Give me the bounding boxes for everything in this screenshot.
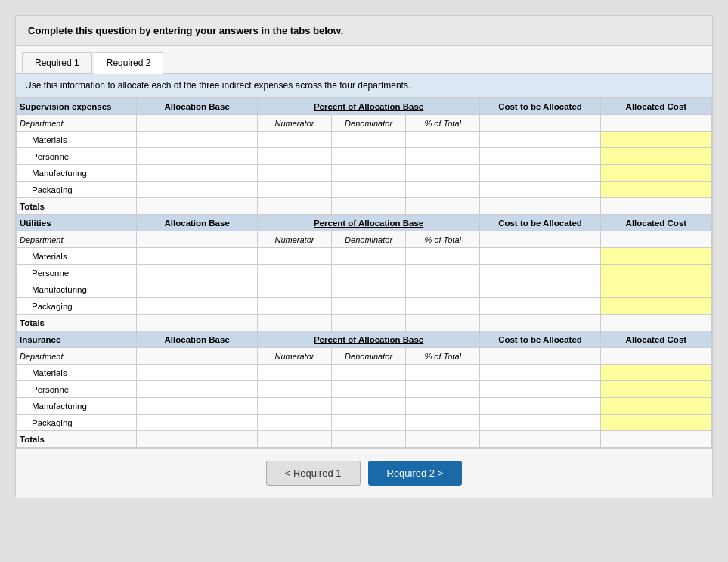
alloc-input[interactable] xyxy=(140,416,253,429)
cost-input[interactable] xyxy=(483,150,596,163)
totals-alloc-input[interactable] xyxy=(140,433,253,446)
cost-input-cell[interactable] xyxy=(480,298,600,315)
pct-input-cell[interactable] xyxy=(406,148,480,165)
cost-input[interactable] xyxy=(483,366,596,379)
alloc-input[interactable] xyxy=(140,133,253,146)
num-input-cell[interactable] xyxy=(257,182,331,198)
pct-input[interactable] xyxy=(409,366,476,379)
cost-input[interactable] xyxy=(483,300,596,312)
allocated-input[interactable] xyxy=(604,283,708,296)
den-input-cell[interactable] xyxy=(332,398,406,415)
cost-input[interactable] xyxy=(483,250,596,262)
totals-allocated[interactable] xyxy=(600,431,711,448)
num-input-cell[interactable] xyxy=(257,281,331,298)
totals-pct-input[interactable] xyxy=(409,200,476,213)
num-input-cell[interactable] xyxy=(257,265,331,281)
totals-cost-input[interactable] xyxy=(483,200,596,213)
totals-cost[interactable] xyxy=(480,315,600,331)
cost-input[interactable] xyxy=(483,166,596,179)
den-input-cell[interactable] xyxy=(332,265,406,281)
num-input-cell[interactable] xyxy=(257,148,331,165)
allocated-input[interactable] xyxy=(604,250,708,262)
allocated-input[interactable] xyxy=(604,150,708,163)
alloc-input[interactable] xyxy=(140,150,253,163)
den-input-cell[interactable] xyxy=(332,381,406,398)
allocated-input-cell[interactable] xyxy=(600,165,711,182)
alloc-input-cell[interactable] xyxy=(137,132,257,148)
totals-den-input[interactable] xyxy=(335,433,402,446)
pct-input[interactable] xyxy=(409,166,476,179)
den-input[interactable] xyxy=(335,283,402,296)
cost-input-cell[interactable] xyxy=(480,281,600,298)
pct-input[interactable] xyxy=(409,399,476,412)
den-input[interactable] xyxy=(335,383,402,396)
allocated-input-cell[interactable] xyxy=(600,148,711,165)
totals-alloc[interactable] xyxy=(137,315,257,331)
cost-input[interactable] xyxy=(483,266,596,279)
num-input[interactable] xyxy=(261,166,328,179)
allocated-input[interactable] xyxy=(604,366,708,379)
totals-num-input[interactable] xyxy=(261,316,328,329)
totals-allocated[interactable] xyxy=(600,198,711,215)
totals-alloc-input[interactable] xyxy=(140,316,253,329)
allocated-input-cell[interactable] xyxy=(600,381,711,398)
num-input[interactable] xyxy=(261,133,328,146)
cost-input[interactable] xyxy=(483,383,596,396)
num-input-cell[interactable] xyxy=(257,165,331,182)
den-input-cell[interactable] xyxy=(332,248,406,265)
alloc-input-cell[interactable] xyxy=(137,148,257,165)
num-input[interactable] xyxy=(261,399,328,412)
den-input[interactable] xyxy=(335,150,402,163)
pct-input[interactable] xyxy=(409,383,476,396)
alloc-input[interactable] xyxy=(140,399,253,412)
num-input[interactable] xyxy=(261,366,328,379)
totals-pct-input[interactable] xyxy=(409,316,476,329)
pct-input[interactable] xyxy=(409,266,476,279)
num-input-cell[interactable] xyxy=(257,381,331,398)
pct-input[interactable] xyxy=(409,300,476,312)
pct-input-cell[interactable] xyxy=(406,281,480,298)
totals-allocated-input[interactable] xyxy=(604,200,708,213)
alloc-input[interactable] xyxy=(140,366,253,379)
allocated-input[interactable] xyxy=(604,399,708,412)
num-input-cell[interactable] xyxy=(257,132,331,148)
allocated-input[interactable] xyxy=(604,166,708,179)
totals-allocated-input[interactable] xyxy=(604,433,708,446)
num-input[interactable] xyxy=(261,250,328,262)
cost-input-cell[interactable] xyxy=(480,165,600,182)
pct-input-cell[interactable] xyxy=(406,265,480,281)
pct-input[interactable] xyxy=(409,183,476,196)
den-input-cell[interactable] xyxy=(332,132,406,148)
alloc-input-cell[interactable] xyxy=(137,281,257,298)
allocated-input-cell[interactable] xyxy=(600,398,711,415)
totals-alloc-input[interactable] xyxy=(140,200,253,213)
cost-input-cell[interactable] xyxy=(480,148,600,165)
pct-input[interactable] xyxy=(409,283,476,296)
totals-num[interactable] xyxy=(257,198,331,215)
den-input[interactable] xyxy=(335,416,402,429)
num-input[interactable] xyxy=(261,300,328,312)
pct-input[interactable] xyxy=(409,150,476,163)
den-input-cell[interactable] xyxy=(332,365,406,381)
next-button[interactable]: Required 2 > xyxy=(368,461,463,486)
pct-input-cell[interactable] xyxy=(406,365,480,381)
den-input-cell[interactable] xyxy=(332,298,406,315)
alloc-input[interactable] xyxy=(140,283,253,296)
totals-den[interactable] xyxy=(332,315,406,331)
cost-input-cell[interactable] xyxy=(480,248,600,265)
totals-alloc[interactable] xyxy=(137,431,257,448)
num-input[interactable] xyxy=(261,283,328,296)
num-input[interactable] xyxy=(261,183,328,196)
pct-input-cell[interactable] xyxy=(406,248,480,265)
den-input[interactable] xyxy=(335,166,402,179)
allocated-input[interactable] xyxy=(604,133,708,146)
totals-cost-input[interactable] xyxy=(483,316,596,329)
allocated-input[interactable] xyxy=(604,300,708,312)
allocated-input[interactable] xyxy=(604,383,708,396)
num-input[interactable] xyxy=(261,266,328,279)
alloc-input-cell[interactable] xyxy=(137,415,257,431)
den-input[interactable] xyxy=(335,399,402,412)
den-input[interactable] xyxy=(335,250,402,262)
totals-allocated-input[interactable] xyxy=(604,316,708,329)
cost-input[interactable] xyxy=(483,416,596,429)
